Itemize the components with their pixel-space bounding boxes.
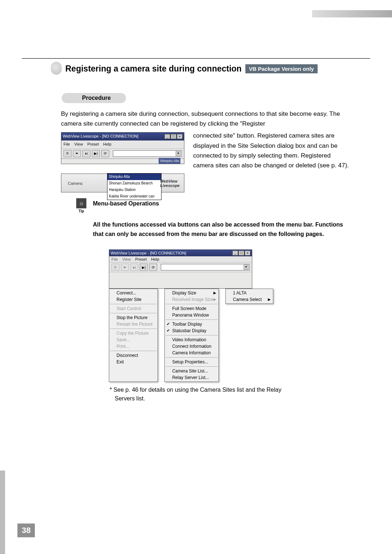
close-icon[interactable]: × bbox=[245, 250, 250, 256]
menu-item[interactable]: Disconnect bbox=[109, 352, 158, 359]
logo-line-2: Livescope bbox=[160, 183, 180, 188]
menu-separator bbox=[110, 304, 157, 304]
screenshot-column: WebView Livescope - [NO CONNECTION] _ □ … bbox=[61, 131, 184, 192]
screenshot-window-1: WebView Livescope - [NO CONNECTION] _ □ … bbox=[61, 132, 184, 164]
minimize-icon[interactable]: _ bbox=[232, 250, 238, 256]
horizontal-rule bbox=[22, 58, 370, 59]
menu-view[interactable]: View bbox=[122, 257, 131, 261]
minimize-icon[interactable]: _ bbox=[164, 134, 170, 139]
site-combo[interactable]: ▼ bbox=[113, 150, 182, 157]
menu-item[interactable]: Connect Information bbox=[165, 343, 218, 350]
menu-item[interactable]: Register Site bbox=[109, 296, 158, 303]
menu-item[interactable]: Panorama Window bbox=[165, 312, 218, 318]
section-title: Registering a camera site during connect… bbox=[65, 64, 242, 74]
intro-paragraph: By registering a camera site during conn… bbox=[61, 109, 352, 192]
menu-item[interactable]: Setup Properties... bbox=[165, 359, 218, 365]
menu-preset[interactable]: Preset bbox=[135, 257, 147, 261]
footnote-line-1: * See p. 46 for details on using the Cam… bbox=[110, 387, 281, 393]
menu-item[interactable]: Camera Information bbox=[165, 350, 218, 356]
site-combo[interactable]: ▼ bbox=[161, 264, 250, 270]
camera-option-2[interactable]: Harajuku Station bbox=[107, 187, 161, 193]
bullet-ornament bbox=[51, 62, 62, 75]
menu-item: Print... bbox=[109, 343, 158, 350]
menu-separator bbox=[166, 366, 217, 367]
submenu-arrow-icon: ▶ bbox=[213, 297, 216, 301]
camera-option-1[interactable]: Shonan Zaimokuza Bearch bbox=[107, 180, 161, 187]
menu-item[interactable]: Stop the Picture bbox=[109, 314, 158, 321]
menu-help[interactable]: Help bbox=[151, 257, 159, 261]
menu-item[interactable]: 1 ALTA bbox=[226, 290, 273, 296]
tip-block: ☼ Tip Menu-based Operations All the func… bbox=[77, 200, 352, 403]
maximize-icon[interactable]: □ bbox=[238, 250, 244, 256]
menu-preset[interactable]: Preset bbox=[87, 141, 99, 148]
preset-context-menu[interactable]: 1 ALTACamera Select▶ bbox=[225, 289, 273, 304]
toolbar-button-4[interactable]: ▶| bbox=[140, 264, 148, 271]
menu-item[interactable]: Relay Server List... bbox=[165, 374, 218, 381]
tip-paragraph: All the functions accessed via buttons c… bbox=[93, 220, 352, 239]
toolbar-button-2[interactable]: ⏷ bbox=[121, 264, 129, 271]
menu-help[interactable]: Help bbox=[103, 141, 111, 148]
menu-item[interactable]: Video Information bbox=[165, 337, 218, 343]
close-icon[interactable]: × bbox=[177, 134, 183, 139]
window-controls: _ □ × bbox=[232, 250, 250, 256]
logo-line-1: WebView bbox=[160, 179, 180, 183]
file-context-menu[interactable]: Connect...Register SiteStart ControlStop… bbox=[109, 289, 158, 382]
menu-item[interactable]: Camera Site List... bbox=[165, 368, 218, 374]
window-title: WebView Livescope - [NO CONNECTION] bbox=[63, 133, 138, 140]
check-icon: ✔ bbox=[167, 322, 170, 326]
menu-item[interactable]: Full Screen Mode bbox=[165, 305, 218, 312]
window-title: WebView Livescope - [NO CONNECTION] bbox=[111, 251, 186, 255]
tooltip: Shinjuku Alta bbox=[159, 158, 180, 164]
menu-file[interactable]: File bbox=[111, 257, 118, 261]
menu-bar: File View Preset Help bbox=[109, 256, 252, 262]
screenshot-camera-panel: Camera: Shinjuku Alta Shonan Zaimokuza B… bbox=[61, 174, 184, 192]
toolbar: ⎘ ⏷ ⏯ ▶| ⟳ ▼ bbox=[61, 148, 184, 159]
check-icon: ✔ bbox=[167, 328, 170, 333]
menu-item[interactable]: Display Size▶ bbox=[165, 290, 218, 296]
toolbar-button-1[interactable]: ⎘ bbox=[64, 150, 72, 157]
dropdown-arrow-icon[interactable]: ▼ bbox=[244, 265, 249, 270]
toolbar-button-3[interactable]: ⏯ bbox=[82, 150, 90, 157]
footnote: * See p. 46 for details on using the Cam… bbox=[110, 386, 352, 403]
menu-separator bbox=[166, 335, 217, 335]
menu-separator bbox=[110, 351, 157, 351]
camera-label: Camera: bbox=[68, 180, 83, 187]
menu-view[interactable]: View bbox=[74, 141, 83, 148]
top-decorative-stripe bbox=[312, 10, 392, 17]
toolbar-button-1[interactable]: ⎘ bbox=[111, 264, 119, 271]
menu-bar: File View Preset Help bbox=[61, 140, 184, 148]
menu-item: Start Control bbox=[109, 305, 158, 312]
toolbar-button-5[interactable]: ⟳ bbox=[101, 150, 109, 157]
submenu-arrow-icon: ▶ bbox=[213, 291, 216, 295]
section-heading: Registering a camera site during connect… bbox=[51, 62, 356, 75]
camera-option-3[interactable]: Kakita River underwater can bbox=[107, 193, 161, 200]
view-context-menu[interactable]: Display Size▶Received Image Size▶Full Sc… bbox=[164, 289, 219, 382]
footnote-line-2: Servers list. bbox=[110, 394, 352, 403]
menu-separator bbox=[166, 357, 217, 358]
camera-dropdown-list[interactable]: Shinjuku Alta Shonan Zaimokuza Bearch Ha… bbox=[107, 173, 162, 200]
menu-item[interactable]: Toolbar Display✔ bbox=[165, 321, 218, 327]
menu-file[interactable]: File bbox=[64, 141, 70, 148]
dropdown-arrow-icon[interactable]: ▼ bbox=[176, 151, 181, 156]
toolbar-button-5[interactable]: ⟳ bbox=[149, 264, 157, 271]
maximize-icon[interactable]: □ bbox=[171, 134, 176, 139]
window-controls: _ □ × bbox=[164, 134, 183, 139]
menu-item[interactable]: Statusbar Display✔ bbox=[165, 327, 218, 334]
menu-item[interactable]: Camera Select▶ bbox=[226, 296, 273, 303]
menu-item[interactable]: Exit bbox=[109, 359, 158, 365]
toolbar-button-3[interactable]: ⏯ bbox=[130, 264, 138, 271]
menu-separator bbox=[110, 313, 157, 313]
menu-item: Received Image Size▶ bbox=[165, 296, 218, 303]
procedure-label: Procedure bbox=[62, 93, 126, 103]
menu-item: Save... bbox=[109, 337, 158, 343]
submenu-arrow-icon: ▶ bbox=[268, 297, 271, 301]
menu-separator bbox=[110, 329, 157, 329]
tip-title: Menu-based Operations bbox=[93, 200, 352, 207]
tip-icon: ☼ bbox=[76, 198, 86, 208]
window-titlebar: WebView Livescope - [NO CONNECTION] _ □ … bbox=[61, 133, 184, 140]
toolbar-button-4[interactable]: ▶| bbox=[92, 150, 100, 157]
camera-option-0[interactable]: Shinjuku Alta bbox=[107, 174, 161, 180]
window-titlebar: WebView Livescope - [NO CONNECTION] _ □ … bbox=[109, 250, 252, 256]
toolbar-button-2[interactable]: ⏷ bbox=[73, 150, 81, 157]
menu-item[interactable]: Connect... bbox=[109, 290, 158, 296]
